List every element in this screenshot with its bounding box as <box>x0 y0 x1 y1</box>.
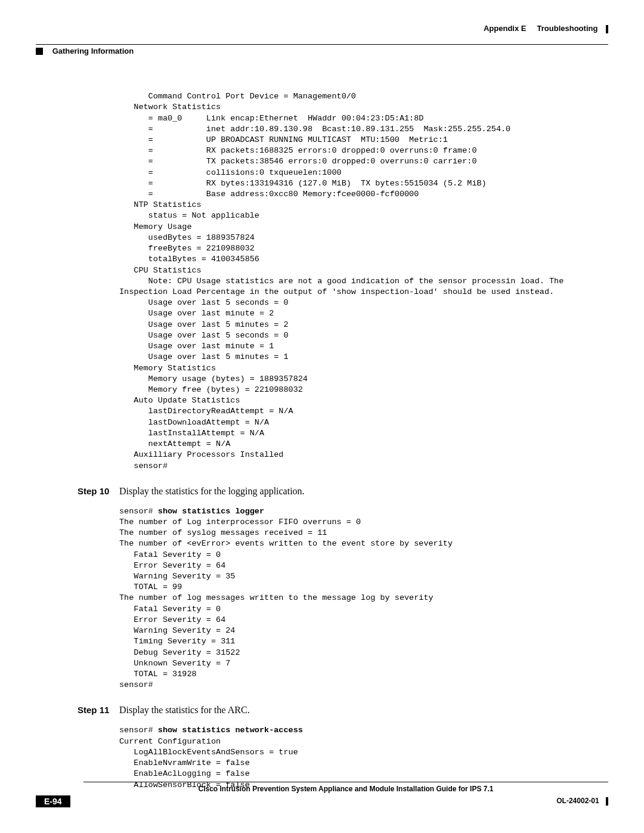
output: The number of Log interprocessor FIFO ov… <box>119 518 453 689</box>
header-right: Appendix E Troubleshooting <box>484 24 608 33</box>
header-bar-icon <box>606 25 608 33</box>
footer-row: E-94 OL-24002-01 <box>36 795 608 807</box>
command: show statistics logger <box>158 507 264 516</box>
step-10-text: Display the statistics for the logging a… <box>119 486 305 497</box>
footer-bar-icon <box>606 797 608 806</box>
prompt: sensor# <box>119 507 158 516</box>
doc-number: OL-24002-01 <box>556 797 608 806</box>
page-number: E-94 <box>36 795 70 807</box>
code-block-logger: sensor# show statistics logger The numbe… <box>119 506 608 691</box>
header-rule <box>36 44 608 45</box>
step-11-label: Step 11 <box>78 705 119 715</box>
footer-rule <box>83 782 608 782</box>
page-footer: Cisco Intrusion Prevention System Applia… <box>36 782 608 807</box>
step-10-row: Step 10 Display the statistics for the l… <box>119 486 608 497</box>
code-block-host-stats: Command Control Port Device = Management… <box>119 91 608 472</box>
section-title: Gathering Information <box>52 47 134 55</box>
command: show statistics network-access <box>158 726 303 735</box>
page: Appendix E Troubleshooting Gathering Inf… <box>0 0 644 829</box>
running-header: Appendix E Troubleshooting <box>36 24 608 42</box>
code-block-network-access: sensor# show statistics network-access C… <box>119 725 608 790</box>
content-area: Command Control Port Device = Management… <box>119 91 608 791</box>
section-header: Gathering Information <box>36 46 608 55</box>
step-10-label: Step 10 <box>78 486 119 496</box>
square-bullet-icon <box>36 48 43 55</box>
appendix-label: Appendix E <box>484 24 527 33</box>
prompt: sensor# <box>119 726 158 735</box>
chapter-title: Troubleshooting <box>537 24 598 33</box>
footer-doc-title: Cisco Intrusion Prevention System Applia… <box>83 785 608 793</box>
step-11-text: Display the statistics for the ARC. <box>119 705 250 716</box>
step-11-row: Step 11 Display the statistics for the A… <box>119 705 608 716</box>
